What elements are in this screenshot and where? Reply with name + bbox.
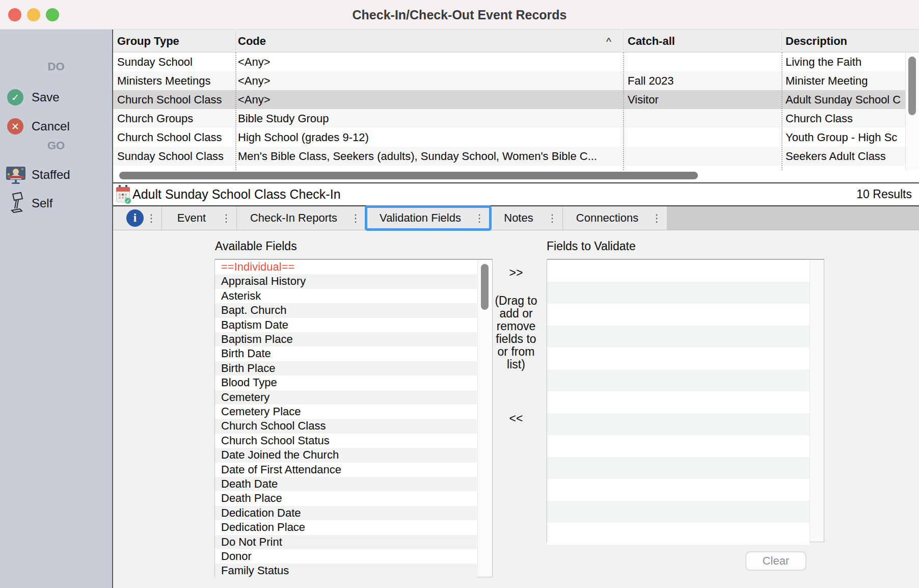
cell-catch-all	[628, 109, 779, 128]
event-records-table: Group Type Code ^ Catch-all Description …	[113, 30, 919, 183]
available-field-item[interactable]: Appraisal History	[215, 274, 477, 289]
available-field-item[interactable]: ==Individual==	[215, 260, 477, 275]
tab-label: Connections	[563, 206, 652, 230]
validate-list-row	[547, 391, 809, 413]
tab-check-in-reports[interactable]: Check-In Reports⋮	[237, 206, 366, 230]
tab-notes[interactable]: Notes⋮	[490, 206, 563, 230]
column-divider-dotted	[623, 52, 624, 170]
available-field-item[interactable]: Death Place	[215, 491, 477, 506]
results-count: 10 Results	[856, 183, 912, 205]
table-row[interactable]: Ministers Meetings<Any>Fall 2023Minister…	[113, 71, 905, 90]
available-field-item[interactable]: Bapt. Church	[215, 303, 477, 318]
table-horizontal-scrollbar-thumb[interactable]	[119, 172, 698, 179]
fields-to-validate-list[interactable]	[547, 259, 824, 542]
tab-grip-icon[interactable]: ⋮	[652, 206, 662, 230]
tab-grip-icon[interactable]: ⋮	[547, 206, 557, 230]
available-field-item[interactable]: Birth Place	[215, 361, 477, 376]
drag-hint-text: (Drag to add or remove fields to or from…	[492, 295, 540, 371]
clear-button[interactable]: Clear	[745, 551, 806, 571]
tab-label: Notes	[490, 206, 547, 230]
available-field-item[interactable]: Church School Status	[215, 434, 477, 448]
header-divider	[235, 32, 236, 50]
available-field-item[interactable]: Cemetery	[215, 390, 477, 405]
remove-fields-arrows[interactable]: <<	[488, 412, 544, 425]
available-field-item[interactable]: Date of First Attendance	[215, 463, 477, 477]
tab-grip-icon[interactable]: ⋮	[146, 206, 156, 230]
cell-group-type: Church School Class	[117, 90, 233, 109]
cell-code: <Any>	[238, 90, 621, 109]
tab-info[interactable]: i ⋮	[113, 206, 162, 230]
available-fields-label: Available Fields	[215, 239, 297, 253]
window-title: Check-In/Check-Out Event Records	[0, 0, 919, 30]
detail-title: Adult Sunday School Class Check-In	[132, 183, 341, 205]
table-row[interactable]: Church GroupsBible Study GroupChurch Cla…	[113, 109, 905, 128]
tab-strip: i ⋮ Event⋮Check-In Reports⋮Validation Fi…	[113, 205, 919, 230]
tab-connections[interactable]: Connections⋮	[563, 206, 667, 230]
check-badge-icon: ✓	[124, 197, 131, 204]
table-row[interactable]: Church School Class<Any>VisitorAdult Sun…	[113, 90, 905, 109]
available-field-item[interactable]: Cemetery Place	[215, 405, 477, 419]
available-field-item[interactable]: Dedication Place	[215, 520, 477, 535]
tab-label: Check-In Reports	[237, 206, 350, 230]
info-icon[interactable]: i	[126, 209, 144, 227]
validate-list-row	[547, 413, 809, 435]
table-row[interactable]: Sunday School ClassMen's Bible Class, Se…	[113, 147, 905, 166]
tab-grip-icon[interactable]: ⋮	[221, 206, 231, 230]
column-divider-dotted	[235, 52, 236, 170]
cell-group-type: Church Groups	[117, 109, 233, 128]
available-field-item[interactable]: Blood Type	[215, 376, 477, 390]
column-header-group-type[interactable]: Group Type	[117, 30, 179, 52]
header-divider	[623, 32, 624, 50]
cell-group-type: Sunday School	[117, 52, 233, 71]
table-row[interactable]: Church School ClassHigh School (grades 9…	[113, 128, 905, 147]
table-vertical-scrollbar-thumb[interactable]	[908, 57, 916, 115]
validate-list-row	[547, 282, 809, 304]
table-row[interactable]: Sunday School<Any>Living the Faith	[113, 52, 905, 71]
cell-description: Youth Group - High Sc	[786, 128, 904, 147]
cell-group-type: Sunday School Class	[117, 147, 233, 166]
table-vertical-scrollbar[interactable]	[905, 53, 919, 170]
app-window: Check-In/Check-Out Event Records DO ✓ Sa…	[0, 0, 919, 588]
validate-list-row	[547, 369, 809, 391]
available-field-item[interactable]: Baptism Place	[215, 332, 477, 347]
available-field-item[interactable]: Family Status	[215, 564, 477, 578]
available-field-item[interactable]: Baptism Date	[215, 318, 477, 333]
tab-label: Event	[162, 206, 221, 230]
validate-list-row	[547, 326, 809, 348]
available-field-item[interactable]: Asterisk	[215, 289, 477, 304]
cell-code: <Any>	[238, 52, 621, 71]
fields-to-validate-scrollbar[interactable]	[809, 260, 824, 541]
validate-list-row	[547, 435, 809, 457]
tab-grip-icon[interactable]: ⋮	[350, 206, 361, 230]
available-field-item[interactable]: Dedication Date	[215, 506, 477, 521]
tab-event[interactable]: Event⋮	[162, 206, 237, 230]
validate-list-row	[547, 260, 809, 282]
column-header-catch-all[interactable]: Catch-all	[628, 30, 675, 52]
validate-list-row	[547, 523, 809, 545]
available-field-item[interactable]: Church School Class	[215, 419, 477, 434]
staffed-kiosk-icon	[6, 167, 25, 184]
sidebar: DO ✓ Save ✕ Cancel GO Staffed	[0, 30, 112, 588]
validate-list-row	[547, 457, 809, 479]
table-horizontal-scrollbar[interactable]	[113, 170, 919, 182]
column-header-code[interactable]: Code	[238, 30, 266, 52]
validate-list-row	[547, 348, 809, 369]
available-field-item[interactable]: Death Date	[215, 477, 477, 492]
available-fields-scrollbar-thumb[interactable]	[481, 264, 489, 310]
cell-description: Seekers Adult Class	[786, 147, 904, 166]
sort-ascending-icon[interactable]: ^	[606, 30, 611, 52]
available-field-item[interactable]: Birth Date	[215, 346, 477, 361]
available-field-item[interactable]: Date Joined the Church	[215, 448, 477, 463]
cell-code: Bible Study Group	[238, 109, 621, 128]
cell-description: Living the Faith	[786, 52, 904, 71]
add-fields-arrows[interactable]: >>	[488, 266, 544, 280]
column-header-description[interactable]: Description	[786, 30, 847, 52]
available-fields-list[interactable]: ==Individual==Appraisal HistoryAsteriskB…	[214, 259, 493, 577]
available-field-item[interactable]: Donor	[215, 549, 477, 564]
column-divider-dotted	[781, 52, 782, 170]
titlebar: Check-In/Check-Out Event Records	[0, 0, 919, 30]
cell-description: Minister Meeting	[786, 71, 904, 90]
cell-catch-all	[628, 52, 779, 71]
available-field-item[interactable]: Do Not Print	[215, 535, 477, 550]
self-kiosk-icon	[9, 192, 24, 213]
